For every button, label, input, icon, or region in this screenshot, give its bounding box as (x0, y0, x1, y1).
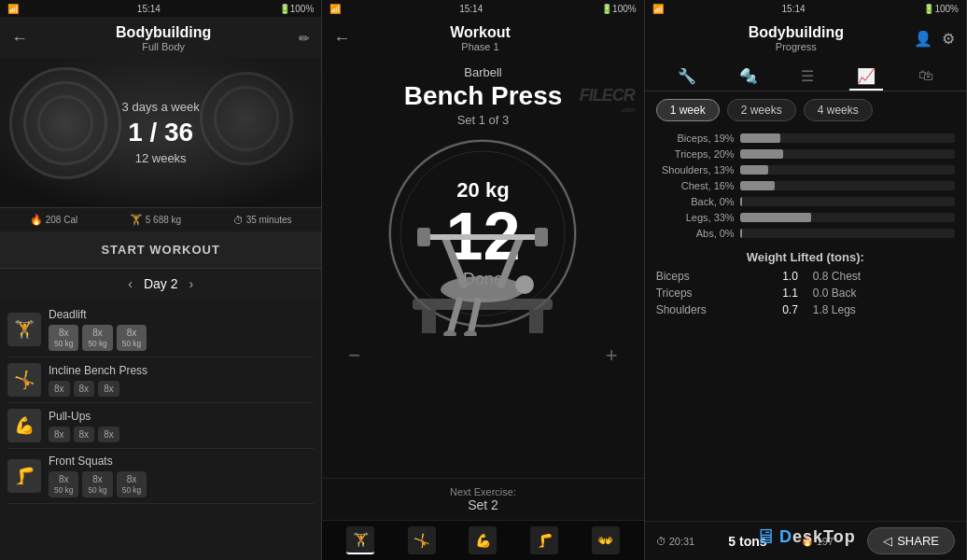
desktop-icon: 🖥 (755, 525, 776, 549)
incline-press-info: Incline Bench Press 8x 8x 8x (49, 364, 314, 397)
svg-point-6 (515, 275, 534, 294)
p3-subtitle: Progress (679, 41, 914, 52)
p3-title: Bodybuilding (679, 24, 914, 41)
pullups-icon: 💪 (7, 409, 41, 442)
increase-reps-button[interactable]: + (598, 340, 625, 371)
share-icon: ◁ (883, 534, 892, 548)
time-value: 35 minutes (246, 215, 292, 225)
tab-chart[interactable]: 📈 (849, 63, 883, 91)
muscle-row-shoulders: Shoulders, 13% (656, 164, 955, 175)
disc-small (37, 95, 93, 151)
tab-tools[interactable]: 🔩 (732, 63, 765, 91)
muscle-bar-fill-chest (740, 181, 775, 190)
set-badge[interactable]: 8x (74, 427, 95, 442)
status-left-p3: 📶 (652, 4, 664, 14)
squats-icon: 🦵 (7, 459, 41, 493)
muscle-bar-bg-abs (740, 229, 955, 238)
incline-press-sets: 8x 8x 8x (49, 381, 314, 397)
battery-icon: 🔋100% (279, 4, 315, 14)
muscle-bar-bg-shoulders (740, 165, 955, 175)
weight-grid: Biceps 1.0 0.8 Chest Triceps 1.1 0.0 Bac… (656, 270, 955, 316)
decrease-reps-button[interactable]: − (341, 340, 368, 371)
edit-button-p1[interactable]: ✏ (299, 31, 310, 46)
signal-icon-p2: 📶 (329, 4, 341, 14)
set-badge[interactable]: 8x (98, 381, 119, 397)
next-exercise-value: Set 2 (329, 497, 636, 512)
set-badge[interactable]: 8x50 kg (117, 325, 147, 351)
p2-header-center: Workout Phase 1 (350, 24, 610, 52)
set-badge[interactable]: 8x (98, 427, 119, 442)
rep-controls: − + (322, 340, 643, 371)
tab-list[interactable]: ☰ (793, 63, 821, 91)
status-time-p2: 15:14 (459, 4, 483, 14)
next-day-button[interactable]: › (189, 276, 193, 291)
time-filter-group: 1 week 2 weeks 4 weeks (656, 99, 955, 121)
set-badge[interactable]: 8x (74, 381, 95, 397)
p1-header-center: Bodybuilding Full Body (28, 24, 299, 52)
set-badge[interactable]: 8x (49, 381, 70, 397)
muscle-row-back: Back, 0% (656, 196, 955, 207)
svg-point-5 (441, 276, 525, 302)
filter-1week[interactable]: 1 week (656, 99, 720, 121)
weight-label-biceps: Biceps (656, 270, 690, 283)
weight-section-title: Weight Lifted (tons): (656, 250, 955, 264)
thumb-4[interactable]: 🦵 (530, 526, 558, 554)
rep-circle: 20 kg 12 Done (380, 131, 585, 336)
weight-shoulders: Shoulders 0.7 (656, 303, 798, 316)
exercise-name-display: Bench Press (404, 81, 563, 111)
table-row: 💪 Pull-Ups 8x 8x 8x (7, 403, 314, 449)
filter-2weeks[interactable]: 2 weeks (727, 99, 796, 121)
p2-subtitle: Phase 1 (350, 41, 610, 52)
svg-rect-4 (529, 310, 543, 333)
svg-line-8 (501, 238, 520, 285)
set-badge[interactable]: 8x (49, 427, 70, 442)
set-badge[interactable]: 8x50 kg (117, 471, 147, 497)
set-badge[interactable]: 8x50 kg (82, 325, 112, 351)
start-workout-button[interactable]: START WORKOUT (0, 231, 321, 269)
next-exercise-info: Next Exercise: Set 2 (322, 478, 643, 520)
weight-value-triceps: 1.1 (782, 287, 798, 300)
weight-chest: 0.8 Chest (813, 270, 955, 283)
filecr-text: FILECR (580, 86, 635, 105)
tab-workout[interactable]: 🔧 (670, 63, 704, 91)
svg-rect-10 (417, 228, 430, 246)
back-button-p1[interactable]: ← (11, 29, 28, 49)
set-badge[interactable]: 8x50 kg (49, 471, 78, 497)
back-button-p2[interactable]: ← (333, 29, 350, 49)
weight-value: 5 688 kg (146, 215, 181, 225)
filter-4weeks[interactable]: 4 weeks (804, 99, 873, 121)
share-button[interactable]: ◁ SHARE (867, 527, 955, 554)
prev-day-button[interactable]: ‹ (128, 276, 133, 291)
status-right-p3: 🔋100% (923, 4, 959, 14)
weight-biceps: Biceps 1.0 (656, 270, 798, 283)
set-badge[interactable]: 8x50 kg (82, 471, 112, 497)
filecr-watermark: FILECR .com (580, 86, 635, 114)
next-exercise-label: Next Exercise: (329, 486, 636, 497)
set-badge[interactable]: 8x50 kg (49, 325, 78, 351)
svg-line-7 (445, 238, 464, 285)
p3-body: 1 week 2 weeks 4 weeks Biceps, 19% Trice… (645, 91, 966, 521)
day-navigation: ‹ Day 2 › (0, 269, 321, 299)
muscle-row-abs: Abs, 0% (656, 228, 955, 239)
p3-header-center: Bodybuilding Progress (679, 24, 914, 52)
muscle-bar-bg-biceps (740, 133, 955, 143)
deadlift-sets: 8x50 kg 8x50 kg 8x50 kg (49, 325, 314, 351)
muscle-bar-fill-triceps (740, 149, 783, 159)
share-label: SHARE (897, 534, 939, 548)
weight-triceps: Triceps 1.1 (656, 287, 798, 300)
dumbbell-icon: 🏋 (130, 214, 143, 226)
profile-icon[interactable]: 👤 (914, 30, 932, 48)
svg-rect-11 (535, 228, 548, 246)
stat-weight: 🏋 5 688 kg (130, 214, 181, 226)
thumb-3[interactable]: 💪 (469, 526, 497, 554)
status-right-p2: 🔋100% (601, 4, 637, 14)
incline-press-name: Incline Bench Press (49, 364, 314, 377)
thumb-2[interactable]: 🤸 (408, 526, 436, 554)
thumb-5[interactable]: 👐 (592, 526, 620, 554)
settings-icon[interactable]: ⚙ (942, 30, 955, 48)
weight-value-shoulders: 0.7 (782, 303, 798, 316)
p2-header: ← Workout Phase 1 (322, 17, 643, 58)
thumb-1[interactable]: 🏋 (346, 526, 374, 554)
duration-weeks: 12 weeks (122, 151, 200, 165)
tab-shop[interactable]: 🛍 (911, 63, 941, 91)
